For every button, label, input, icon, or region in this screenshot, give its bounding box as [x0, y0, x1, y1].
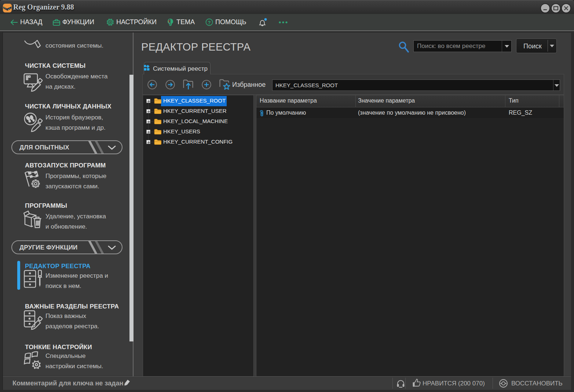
svg-text:?: ? [208, 20, 211, 25]
